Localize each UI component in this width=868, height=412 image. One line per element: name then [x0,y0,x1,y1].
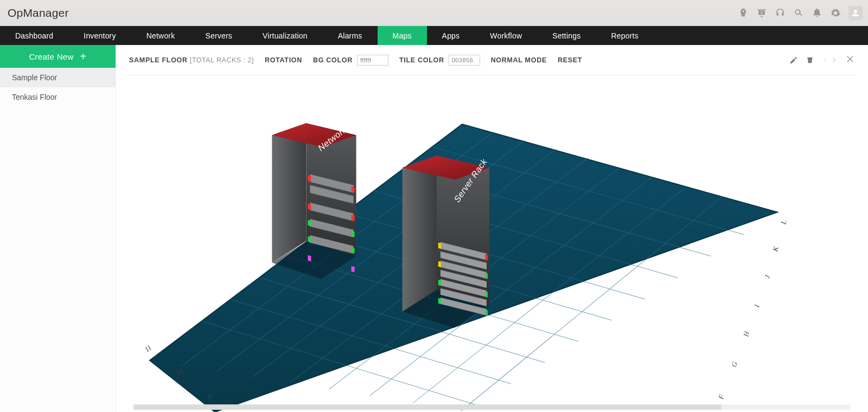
tilecolor-control: TILE COLOR [399,55,480,66]
edit-icon[interactable] [789,56,798,65]
nav-dashboard[interactable]: Dashboard [0,26,68,45]
svg-rect-30 [308,176,311,182]
main-panel: SAMPLE FLOOR [TOTAL RACKS : 2] ROTATION … [116,45,868,412]
bgcolor-input[interactable] [357,55,388,66]
mode-button[interactable]: NORMAL MODE [491,56,547,64]
tilecolor-label: TILE COLOR [399,56,444,64]
col-label-K: K [771,245,780,253]
sidebar-item-sample-floor[interactable]: Sample Floor [0,68,116,87]
presentation-icon[interactable] [756,8,767,18]
svg-rect-54 [485,273,488,279]
svg-rect-31 [352,186,355,193]
sidebar-item-tenkasi-floor[interactable]: Tenkasi Floor [0,87,116,107]
bgcolor-label: BG COLOR [313,56,353,64]
bgcolor-control: BG COLOR [313,55,388,66]
svg-rect-53 [438,261,441,267]
svg-rect-37 [352,247,355,254]
topbar-icons [738,6,863,20]
svg-rect-51 [438,243,441,249]
close-button[interactable] [845,54,855,66]
rocket-icon[interactable] [738,8,749,18]
col-label-I: I [752,304,761,309]
svg-rect-39 [352,266,355,273]
col-label-J: J [763,274,771,280]
headset-icon[interactable] [775,8,786,18]
col-label-L: L [779,219,788,226]
col-label-G: G [730,360,739,368]
nav-prev-next [822,56,838,64]
create-new-button[interactable]: Create New + [0,45,116,68]
svg-rect-34 [308,220,311,227]
svg-rect-35 [352,231,355,237]
svg-rect-52 [485,254,488,260]
svg-rect-58 [485,310,488,316]
bell-icon[interactable] [812,8,822,18]
horizontal-scrollbar[interactable] [133,404,851,410]
topbar: OpManager [0,0,868,26]
svg-rect-56 [485,291,488,297]
plus-icon: + [80,51,87,62]
svg-rect-36 [308,236,311,243]
svg-rect-55 [438,280,441,286]
nav-reports[interactable]: Reports [596,26,653,45]
svg-rect-38 [308,255,311,262]
svg-rect-57 [438,298,441,304]
racks-count: [TOTAL RACKS : 2] [190,56,254,64]
nav-servers[interactable]: Servers [190,26,247,45]
rotation-button[interactable]: ROTATION [265,56,302,64]
floor-title: SAMPLE FLOOR [TOTAL RACKS : 2] [129,56,254,64]
floor-canvas[interactable]: Network Rack [129,75,855,412]
tilecolor-input[interactable] [449,55,480,66]
reset-button[interactable]: RESET [558,56,582,64]
sidebar: Create New + Sample Floor Tenkasi Floor [0,45,116,412]
nav-alarms[interactable]: Alarms [323,26,378,45]
nav-maps[interactable]: Maps [378,26,427,45]
brand-label: OpManager [8,7,69,20]
floor-toolbar: SAMPLE FLOOR [TOTAL RACKS : 2] ROTATION … [129,45,855,75]
floor-name: SAMPLE FLOOR [129,56,188,64]
rack-network[interactable]: Network Rack [272,110,367,279]
col-label-H: H [742,330,751,338]
row-label-11: 11 [143,343,154,353]
svg-marker-41 [403,156,437,311]
col-label-F: F [717,393,726,401]
nav-apps[interactable]: Apps [427,26,475,45]
chevron-right-icon[interactable] [830,56,838,64]
svg-rect-33 [352,215,355,221]
gear-icon[interactable] [830,8,841,18]
nav-inventory[interactable]: Inventory [68,26,131,45]
create-new-label: Create New [29,52,73,61]
nav-virtualization[interactable]: Virtualization [247,26,323,45]
svg-rect-32 [308,204,311,210]
nav-workflow[interactable]: Workflow [475,26,537,45]
scrollbar-thumb[interactable] [133,404,722,410]
main-nav: Dashboard Inventory Network Servers Virt… [0,26,868,45]
nav-settings[interactable]: Settings [537,26,596,45]
avatar[interactable] [848,6,863,20]
trash-icon[interactable] [806,56,814,65]
search-icon[interactable] [793,8,804,18]
chevron-left-icon[interactable] [822,56,829,64]
rack-server[interactable]: Server Rack [403,156,489,328]
nav-network[interactable]: Network [131,26,190,45]
